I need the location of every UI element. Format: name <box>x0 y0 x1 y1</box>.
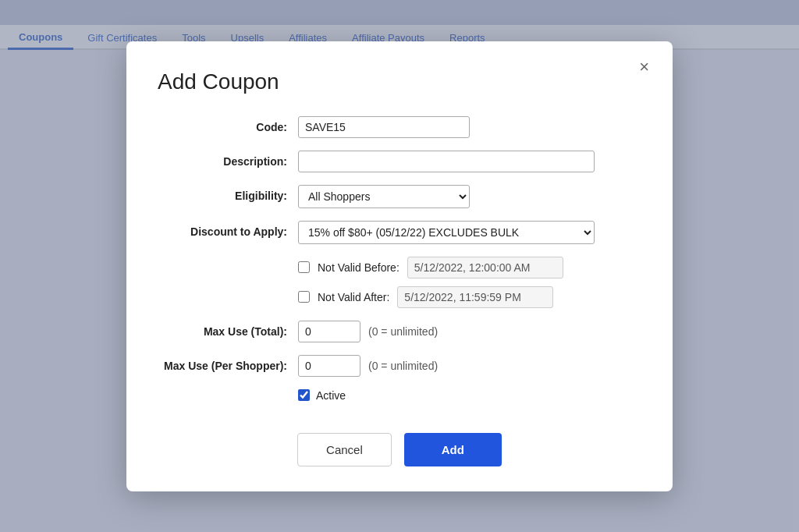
close-button[interactable]: × <box>633 55 655 79</box>
add-coupon-modal: × Add Coupon Code: Description: Eligibil… <box>126 41 673 491</box>
max-use-per-shopper-label: Max Use (Per Shopper): <box>158 355 298 372</box>
eligibility-select[interactable]: All Shoppers New Shoppers Returning Shop… <box>298 185 470 208</box>
not-valid-before-row: Not Valid Before: <box>298 257 641 278</box>
cancel-button[interactable]: Cancel <box>297 433 392 466</box>
max-use-total-hint: (0 = unlimited) <box>368 325 438 338</box>
eligibility-field-wrapper: All Shoppers New Shoppers Returning Shop… <box>298 185 641 208</box>
active-checkbox[interactable] <box>298 389 310 401</box>
modal-title: Add Coupon <box>158 69 641 94</box>
active-label: Active <box>316 389 346 402</box>
max-use-per-shopper-hint: (0 = unlimited) <box>368 360 438 372</box>
not-valid-before-label: Not Valid Before: <box>318 261 400 274</box>
modal-footer: Cancel Add <box>158 433 641 466</box>
not-valid-before-checkbox[interactable] <box>298 261 310 273</box>
not-valid-after-date-input[interactable] <box>397 286 553 308</box>
validity-group: Not Valid Before: Not Valid After: <box>298 257 641 308</box>
description-field-wrapper <box>298 151 641 172</box>
not-valid-after-row: Not Valid After: <box>298 286 641 308</box>
max-use-per-shopper-row: (0 = unlimited) <box>298 355 641 377</box>
max-use-total-input[interactable] <box>298 321 360 342</box>
code-label: Code: <box>158 116 298 133</box>
discount-field-wrapper: 15% off $80+ (05/12/22) EXCLUDES BULK <box>298 221 641 244</box>
code-field-wrapper <box>298 116 641 138</box>
not-valid-after-checkbox[interactable] <box>298 291 310 303</box>
discount-select[interactable]: 15% off $80+ (05/12/22) EXCLUDES BULK <box>298 221 595 244</box>
add-button[interactable]: Add <box>404 433 502 466</box>
eligibility-label: Eligibility: <box>158 185 298 202</box>
not-valid-after-label: Not Valid After: <box>318 291 389 303</box>
coupon-form: Code: Description: Eligibility: All Shop… <box>158 116 641 402</box>
description-input[interactable] <box>298 151 595 172</box>
modal-backdrop: × Add Coupon Code: Description: Eligibil… <box>0 0 799 532</box>
max-use-per-shopper-input[interactable] <box>298 355 360 377</box>
max-use-total-label: Max Use (Total): <box>158 321 298 338</box>
active-row: Active <box>298 389 641 402</box>
description-label: Description: <box>158 151 298 168</box>
code-input[interactable] <box>298 116 470 138</box>
max-use-total-row: (0 = unlimited) <box>298 321 641 342</box>
discount-label: Discount to Apply: <box>158 221 298 238</box>
not-valid-before-date-input[interactable] <box>407 257 563 278</box>
